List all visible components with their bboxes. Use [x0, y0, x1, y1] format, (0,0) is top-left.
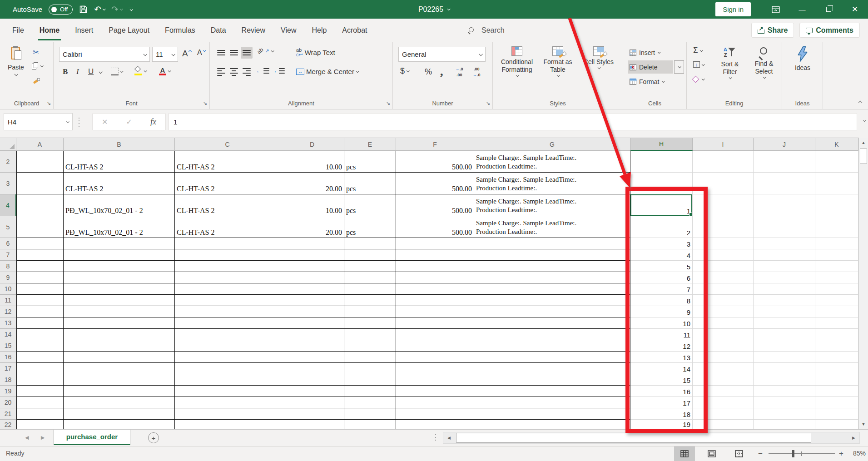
cell-D19[interactable]: [280, 386, 344, 397]
cell-C13[interactable]: [175, 317, 280, 329]
row-header-6[interactable]: 6: [0, 238, 16, 249]
document-title[interactable]: P02265: [418, 5, 443, 14]
fill-button[interactable]: ↓: [693, 61, 704, 68]
restore-button[interactable]: [815, 0, 842, 19]
cell-H14[interactable]: 11: [630, 329, 693, 340]
cell-C6[interactable]: [175, 238, 280, 249]
column-header-J[interactable]: J: [754, 138, 815, 151]
cell-B18[interactable]: [64, 374, 175, 386]
cell-A16[interactable]: [16, 352, 64, 363]
cell-H13[interactable]: 10: [630, 317, 693, 329]
cell-I22[interactable]: [693, 420, 754, 429]
increase-font-size-button[interactable]: A: [182, 49, 191, 59]
row-header-16[interactable]: 16: [0, 352, 16, 363]
row-header-5[interactable]: 5: [0, 216, 16, 238]
tab-file[interactable]: File: [5, 19, 32, 42]
share-button[interactable]: Share: [751, 23, 794, 38]
row-header-22[interactable]: 22: [0, 420, 16, 429]
cell-G4[interactable]: Sample Charge:. Sample LeadTime:.Product…: [474, 194, 630, 216]
cell-F22[interactable]: [396, 420, 474, 429]
cell-E4[interactable]: pcs: [344, 194, 396, 216]
cell-I13[interactable]: [693, 317, 754, 329]
comments-button[interactable]: Comments: [799, 23, 860, 38]
cell-F12[interactable]: [396, 306, 474, 317]
cell-D17[interactable]: [280, 363, 344, 374]
cut-button[interactable]: ✂: [33, 48, 39, 57]
increase-decimal-button[interactable]: ←.0.00: [456, 67, 463, 77]
cell-G15[interactable]: [474, 340, 630, 352]
cell-C20[interactable]: [175, 397, 280, 408]
cell-E12[interactable]: [344, 306, 396, 317]
cell-D6[interactable]: [280, 238, 344, 249]
row-header-14[interactable]: 14: [0, 329, 16, 340]
cell-A14[interactable]: [16, 329, 64, 340]
cell-A22[interactable]: [16, 420, 64, 429]
conditional-formatting-button[interactable]: Conditional Formatting: [496, 45, 537, 77]
number-format-combo[interactable]: General: [398, 47, 486, 62]
cell-F16[interactable]: [396, 352, 474, 363]
font-name-combo[interactable]: Calibri: [59, 47, 150, 62]
cell-F11[interactable]: [396, 295, 474, 306]
cell-A13[interactable]: [16, 317, 64, 329]
font-color-dropdown-icon[interactable]: [168, 69, 171, 72]
cell-E11[interactable]: [344, 295, 396, 306]
cell-G21[interactable]: [474, 408, 630, 420]
increase-indent-button[interactable]: →: [272, 68, 285, 74]
cell-A19[interactable]: [16, 386, 64, 397]
column-header-G[interactable]: G: [474, 138, 630, 151]
cell-D11[interactable]: [280, 295, 344, 306]
cell-A8[interactable]: [16, 261, 64, 272]
cell-J3[interactable]: [754, 173, 815, 194]
cell-A6[interactable]: [16, 238, 64, 249]
cell-C17[interactable]: [175, 363, 280, 374]
borders-dropdown-icon[interactable]: [120, 69, 124, 73]
cell-B17[interactable]: [64, 363, 175, 374]
cell-D8[interactable]: [280, 261, 344, 272]
cell-D20[interactable]: [280, 397, 344, 408]
cell-J21[interactable]: [754, 408, 815, 420]
cell-G18[interactable]: [474, 374, 630, 386]
accounting-dropdown-icon[interactable]: [407, 69, 410, 72]
tab-insert[interactable]: Insert: [67, 19, 101, 42]
clipboard-dialog-launcher-icon[interactable]: ↘: [47, 101, 51, 106]
zoom-out-button[interactable]: −: [756, 446, 765, 461]
cell-G22[interactable]: [474, 420, 630, 429]
cell-H18[interactable]: 15: [630, 374, 693, 386]
format-dropdown-icon[interactable]: [662, 79, 665, 83]
cell-G9[interactable]: [474, 272, 630, 283]
cell-B10[interactable]: [64, 283, 175, 295]
cell-I10[interactable]: [693, 283, 754, 295]
cell-D9[interactable]: [280, 272, 344, 283]
cancel-icon[interactable]: ✕: [102, 118, 108, 126]
decrease-decimal-button[interactable]: .00→.0: [473, 67, 481, 77]
cell-K22[interactable]: [815, 420, 858, 429]
cell-K12[interactable]: [815, 306, 858, 317]
cell-E2[interactable]: pcs: [344, 151, 396, 173]
cell-D21[interactable]: [280, 408, 344, 420]
cell-E8[interactable]: [344, 261, 396, 272]
cell-F21[interactable]: [396, 408, 474, 420]
cell-A4[interactable]: [16, 194, 64, 216]
cell-K14[interactable]: [815, 329, 858, 340]
alignment-dialog-launcher-icon[interactable]: ↘: [386, 101, 390, 106]
normal-view-button[interactable]: [674, 446, 695, 461]
cell-I20[interactable]: [693, 397, 754, 408]
cell-C22[interactable]: [175, 420, 280, 429]
cell-F2[interactable]: 500.00: [396, 151, 474, 173]
fill-color-button[interactable]: [134, 66, 146, 75]
cell-A2[interactable]: [16, 151, 64, 173]
cell-B21[interactable]: [64, 408, 175, 420]
align-left-button[interactable]: [215, 66, 227, 78]
cell-G13[interactable]: [474, 317, 630, 329]
row-header-15[interactable]: 15: [0, 340, 16, 352]
tab-data[interactable]: Data: [203, 19, 234, 42]
font-dialog-launcher-icon[interactable]: ↘: [203, 101, 207, 106]
bold-button[interactable]: B: [63, 67, 68, 76]
cell-H7[interactable]: 4: [630, 249, 693, 261]
cell-G2[interactable]: Sample Charge:. Sample LeadTime:.Product…: [474, 151, 630, 173]
cell-I5[interactable]: [693, 216, 754, 238]
tab-page-layout[interactable]: Page Layout: [101, 19, 157, 42]
cell-D13[interactable]: [280, 317, 344, 329]
save-icon[interactable]: [79, 5, 88, 14]
cell-J9[interactable]: [754, 272, 815, 283]
